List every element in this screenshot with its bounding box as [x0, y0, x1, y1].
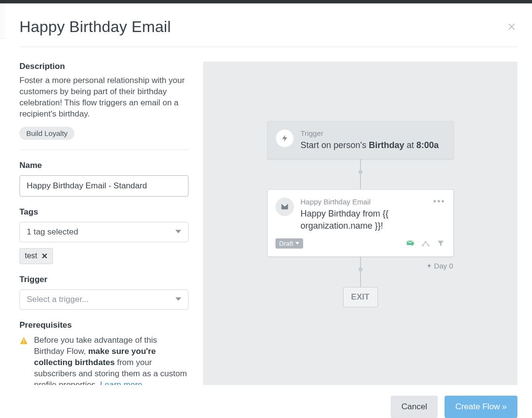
flow-preview-canvas: Trigger Start on person's Birthday at 8:… [203, 62, 517, 385]
section-divider [19, 150, 189, 150]
modal-footer: Cancel Create Flow » [19, 385, 517, 418]
email-body: Happy Birthday from {{ organization.name… [301, 208, 445, 232]
prereq-label: Prerequisites [19, 320, 189, 330]
name-field-block: Name [19, 161, 189, 197]
bolt-icon [427, 263, 432, 268]
close-icon [507, 22, 516, 32]
description-text: Foster a more personal relationship with… [19, 75, 189, 120]
trigger-label: Trigger [19, 275, 189, 284]
app-topbar-strip [0, 0, 532, 3]
caret-down-icon [175, 227, 181, 237]
category-pill: Build Loyalty [19, 127, 74, 140]
tag-chip: test ✕ [19, 248, 53, 264]
trigger-body: Start on person's Birthday at 8:00a [301, 139, 439, 151]
split-icon [421, 239, 430, 248]
svg-point-5 [425, 241, 427, 243]
caret-down-icon [175, 295, 181, 304]
warning-icon [19, 336, 28, 345]
create-flow-button[interactable]: Create Flow » [445, 396, 517, 418]
flow-connector [360, 269, 361, 287]
flow-name-input[interactable] [19, 175, 189, 197]
description-label: Description [19, 62, 189, 71]
trigger-node[interactable]: Trigger Start on person's Birthday at 8:… [267, 121, 454, 159]
modal-body: Description Foster a more personal relat… [19, 47, 517, 385]
svg-point-6 [428, 245, 429, 247]
caret-down-icon [295, 241, 299, 245]
flow-template-modal: Happy Birthday Email Description Foster … [5, 3, 532, 418]
node-menu-button[interactable]: ••• [433, 197, 446, 207]
svg-point-4 [422, 245, 424, 247]
email-status-row: Draft [275, 238, 445, 249]
trigger-field-block: Trigger Select a trigger... [19, 275, 189, 310]
email-node[interactable]: ••• Happy Birthday Email Happy Birthday … [267, 189, 454, 257]
svg-rect-2 [23, 339, 24, 342]
tag-remove-button[interactable]: ✕ [41, 251, 48, 261]
learn-more-link[interactable]: Learn more. [100, 380, 145, 385]
prereq-block: Prerequisites Before you take advantage … [19, 320, 189, 385]
modal-title: Happy Birthday Email [19, 18, 171, 36]
smart-send-icon [406, 239, 414, 248]
day-badge: Day 0 [427, 262, 453, 270]
tags-summary: 1 tag selected [27, 227, 78, 237]
status-icons [406, 239, 445, 248]
flow-graph: Trigger Start on person's Birthday at 8:… [267, 121, 454, 307]
tag-chip-label: test [25, 251, 37, 260]
cancel-button[interactable]: Cancel [391, 396, 438, 418]
trigger-placeholder: Select a trigger... [27, 295, 89, 304]
close-button[interactable] [506, 21, 517, 33]
prereq-row: Before you take advantage of this Birthd… [19, 335, 189, 385]
flow-connector [360, 172, 361, 189]
connector-dot [359, 170, 362, 174]
mail-icon [275, 198, 294, 216]
tags-select[interactable]: 1 tag selected [19, 222, 189, 242]
form-column: Description Foster a more personal relat… [19, 62, 189, 385]
exit-node: EXIT [343, 287, 378, 307]
prereq-text: Before you take advantage of this Birthd… [34, 335, 189, 385]
modal-header: Happy Birthday Email [19, 18, 517, 47]
filter-icon [437, 239, 445, 247]
connector-dot [359, 268, 362, 271]
trigger-kicker: Trigger [301, 129, 439, 137]
svg-rect-3 [23, 343, 24, 344]
tags-label: Tags [19, 207, 189, 217]
email-kicker: Happy Birthday Email [301, 198, 445, 206]
bolt-icon [275, 129, 294, 148]
tags-field-block: Tags 1 tag selected test ✕ [19, 207, 189, 264]
trigger-select[interactable]: Select a trigger... [19, 289, 189, 310]
name-label: Name [19, 161, 189, 170]
draft-badge[interactable]: Draft [275, 238, 303, 249]
